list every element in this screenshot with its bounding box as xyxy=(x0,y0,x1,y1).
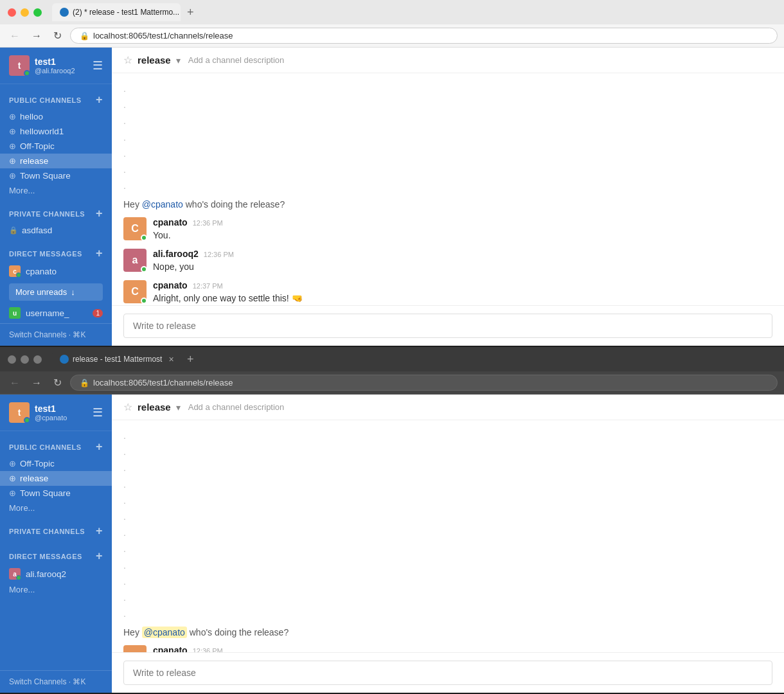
hamburger-1[interactable]: ☰ xyxy=(93,58,103,73)
direct-messages-section-1: DIRECT MESSAGES + c cpanato xyxy=(0,238,112,280)
minimize-button-2[interactable] xyxy=(21,355,29,364)
direct-messages-header-1: DIRECT MESSAGES + xyxy=(0,243,112,263)
chevron-icon-1[interactable]: ▾ xyxy=(176,55,181,66)
msg-text-3: Alright, only one way to settle this! 🤜 xyxy=(153,292,772,305)
message-row-3: C cpanato 12:37 PM Alright, only one way… xyxy=(123,280,772,305)
channel-off-topic-2[interactable]: ⊕ Off-Topic xyxy=(0,456,112,471)
lock-icon-1: 🔒 xyxy=(80,31,89,40)
direct-messages-section-2: DIRECT MESSAGES + a ali.farooq2 More... xyxy=(0,540,112,597)
chevron-icon-2[interactable]: ▾ xyxy=(176,402,181,413)
window-controls-2 xyxy=(8,355,42,364)
username-dm-label: username_ xyxy=(26,308,69,318)
dot2-8: . xyxy=(123,541,772,557)
dot-5: . xyxy=(123,146,772,162)
add-private-channel-2[interactable]: + xyxy=(96,524,103,538)
forward-button-1[interactable]: → xyxy=(28,29,45,43)
dm-avatar-cpanato: c xyxy=(9,265,21,277)
message-input-2[interactable] xyxy=(123,661,772,685)
online-dot-ali-1 xyxy=(141,266,147,272)
channel-helloworld1[interactable]: ⊕ helloworld1 xyxy=(0,124,112,139)
tab-close-2[interactable]: × xyxy=(168,354,174,364)
active-tab-2[interactable]: release - test1 Mattermost × xyxy=(52,350,181,368)
dot2-3: . xyxy=(123,460,772,476)
reload-button-2[interactable]: ↻ xyxy=(50,375,65,390)
channel-asdfasd[interactable]: 🔒 asdfasd xyxy=(0,223,112,238)
minimize-button-1[interactable] xyxy=(21,8,29,17)
msg-header-2: ali.farooq2 12:36 PM xyxy=(153,249,772,259)
msg-header-1: cpanato 12:36 PM xyxy=(153,217,772,227)
channel-town-square[interactable]: ⊕ Town Square xyxy=(0,168,112,183)
message-input-1[interactable] xyxy=(123,314,772,338)
channel-off-topic[interactable]: ⊕ Off-Topic xyxy=(0,139,112,154)
channel-desc-1[interactable]: Add a channel description xyxy=(188,55,285,65)
user-info-1: t test1 @ali.farooq2 xyxy=(9,55,75,76)
more-dm-link-2[interactable]: More... xyxy=(0,582,112,597)
private-channels-section-2: PRIVATE CHANNELS + xyxy=(0,515,112,540)
message-row-1: C cpanato 12:36 PM You. xyxy=(123,217,772,242)
globe-icon: ⊕ xyxy=(9,112,16,121)
dot2-6: . xyxy=(123,509,772,525)
add-private-channel-1[interactable]: + xyxy=(96,207,103,220)
new-tab-button-2[interactable]: + xyxy=(183,351,198,368)
dot2-7: . xyxy=(123,525,772,541)
dot2-9: . xyxy=(123,558,772,574)
add-public-channel-2[interactable]: + xyxy=(96,440,103,454)
url-text-2: localhost:8065/test1/channels/release xyxy=(93,378,233,387)
switch-channels-1[interactable]: Switch Channels · ⌘K xyxy=(9,330,103,339)
message-row-w2-1: C cpanato 12:36 PM You. xyxy=(123,645,772,652)
switch-channels-2[interactable]: Switch Channels · ⌘K xyxy=(9,677,103,686)
address-bar-2[interactable]: 🔒 localhost:8065/test1/channels/release xyxy=(70,375,778,391)
channel-release-2[interactable]: ⊕ release xyxy=(0,471,112,486)
more-channels-link-1[interactable]: More... xyxy=(0,183,112,198)
dm-ali-farooq2[interactable]: a ali.farooq2 xyxy=(0,565,112,582)
msg-time-1: 12:36 PM xyxy=(193,219,223,227)
titlebar-2: release - test1 Mattermost × + xyxy=(0,347,784,371)
new-tab-button-1[interactable]: + xyxy=(183,4,198,21)
lock-icon-2: 🔒 xyxy=(80,378,89,387)
star-icon-1[interactable]: ☆ xyxy=(123,54,132,66)
dm-username[interactable]: u username_ 1 xyxy=(0,305,112,321)
dot2-4: . xyxy=(123,477,772,493)
more-channels-link-2[interactable]: More... xyxy=(0,501,112,515)
hamburger-2[interactable]: ☰ xyxy=(93,405,103,420)
unread-badge-1: 1 xyxy=(93,309,103,317)
add-dm-2[interactable]: + xyxy=(96,549,103,563)
browser-window-1: (2) * release - test1 Mattermo... × + ← … xyxy=(0,0,784,347)
close-button-2[interactable] xyxy=(8,355,16,364)
more-unreads-button-1[interactable]: More unreads ↓ xyxy=(9,283,103,301)
back-button-1[interactable]: ← xyxy=(6,29,23,43)
private-channels-header-1: PRIVATE CHANNELS + xyxy=(0,203,112,223)
maximize-button-1[interactable] xyxy=(33,8,42,17)
star-icon-2[interactable]: ☆ xyxy=(123,401,132,413)
tab-label-2: release - test1 Mattermost xyxy=(73,355,162,364)
globe-icon: ⊕ xyxy=(9,127,16,136)
message-input-container-1 xyxy=(112,305,784,346)
channel-release-active[interactable]: ⊕ release xyxy=(0,154,112,168)
tab-label-1: (2) * release - test1 Mattermo... xyxy=(73,8,179,17)
msg-author-3: cpanato xyxy=(153,280,188,290)
dm-cpanato[interactable]: c cpanato xyxy=(0,263,112,280)
avatar-2: t xyxy=(9,402,30,423)
back-button-2[interactable]: ← xyxy=(6,376,23,390)
url-text-1: localhost:8065/test1/channels/release xyxy=(93,31,233,40)
public-channels-section-2: PUBLIC CHANNELS + ⊕ Off-Topic ⊕ release … xyxy=(0,431,112,515)
add-dm-1[interactable]: + xyxy=(96,247,103,260)
channel-helloo[interactable]: ⊕ helloo xyxy=(0,109,112,124)
globe-icon: ⊕ xyxy=(9,171,16,181)
user-details-2: test1 @cpanato xyxy=(35,404,67,422)
channel-town-square-2[interactable]: ⊕ Town Square xyxy=(0,486,112,501)
message-content-1: cpanato 12:36 PM You. xyxy=(153,217,772,242)
maximize-button-2[interactable] xyxy=(33,355,42,364)
reload-button-1[interactable]: ↻ xyxy=(50,28,65,43)
active-tab-1[interactable]: (2) * release - test1 Mattermo... × xyxy=(52,3,181,21)
forward-button-2[interactable]: → xyxy=(28,376,45,390)
message-content-w2-1: cpanato 12:36 PM You. xyxy=(153,645,772,652)
address-bar-1[interactable]: 🔒 localhost:8065/test1/channels/release xyxy=(70,28,778,44)
add-public-channel-1[interactable]: + xyxy=(96,93,103,107)
system-message-2: Hey @cpanato who's doing the release? xyxy=(123,627,772,637)
close-button-1[interactable] xyxy=(8,8,16,17)
messages-container-1: . . . . . . . Hey @cpanato who's doing t… xyxy=(112,73,784,305)
channel-desc-2[interactable]: Add a channel description xyxy=(188,402,285,412)
main-content-2: ☆ release ▾ Add a channel description . … xyxy=(112,395,784,693)
more-unreads-label-1: More unreads xyxy=(15,287,67,297)
